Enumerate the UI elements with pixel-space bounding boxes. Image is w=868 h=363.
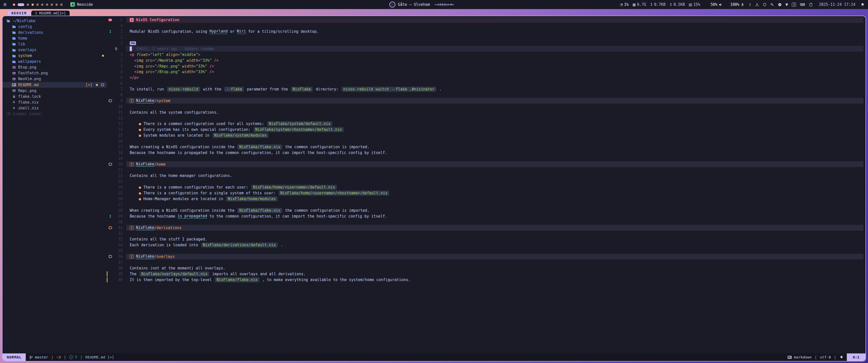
editor-line[interactable]: 4 <img src="/Btop.png" width="33%" /> xyxy=(106,69,864,75)
editor-line[interactable]: 10 xyxy=(106,104,864,109)
editor-line[interactable]: 92NixFlake/system xyxy=(106,98,864,104)
workspace-dot[interactable] xyxy=(56,3,58,6)
workspace-active[interactable] xyxy=(18,3,24,6)
editor-line[interactable]: 28When creating a NixOS configuration in… xyxy=(106,207,864,213)
editor-line[interactable]: 14 ● Every system has its own special co… xyxy=(106,127,864,133)
disk-icon[interactable]: ▤15% xyxy=(689,2,700,7)
editor-line[interactable]: 32 xyxy=(106,231,864,236)
bluetooth-icon[interactable]: ᛒ xyxy=(749,2,751,6)
editor-line[interactable]: 37 xyxy=(106,259,864,265)
editor-line[interactable]: 27 xyxy=(106,202,864,208)
net-upload-icon[interactable]: ↥0.5KB xyxy=(670,2,685,7)
editor-line[interactable]: 51NixOS Configuration xyxy=(106,17,864,23)
tree-item-shell-nix[interactable]: ❄shell.nix xyxy=(2,105,106,111)
diagnostics-info[interactable]: i 7 xyxy=(69,355,77,359)
editor-line[interactable]: 23 xyxy=(106,179,864,185)
bell-icon[interactable] xyxy=(840,356,843,359)
tree-item-wallpapers[interactable]: wallpapers xyxy=(2,59,106,65)
editor-line[interactable]: 40It is then imported by the top-level N… xyxy=(106,277,864,283)
tree-item-system[interactable]: system xyxy=(2,53,106,59)
clock[interactable]: 2025-11-24 17:14 xyxy=(819,2,856,7)
zellij-icon[interactable]: Z xyxy=(792,2,796,7)
editor-line[interactable]: 2 xyxy=(106,35,864,40)
bell-icon[interactable] xyxy=(861,3,865,6)
editor-line[interactable]: 33Contains all the stuff I packaged. xyxy=(106,236,864,242)
editor-line[interactable]: 25 ● There is a configuration for a sing… xyxy=(106,190,864,196)
editor-line[interactable]: 7To install, run nixos-rebuild with the … xyxy=(106,87,864,92)
editor-line[interactable]: 30 xyxy=(106,219,864,225)
editor-line[interactable]: 26 ● Home-Manager modules are located in… xyxy=(106,196,864,202)
editor-line[interactable]: 4 xyxy=(106,23,864,29)
tree-item-neovim-png[interactable]: NeoVim.png xyxy=(2,76,106,82)
workspace-dot[interactable] xyxy=(41,3,43,6)
network-hub-icon[interactable] xyxy=(755,3,759,6)
tree-item-overlays[interactable]: overlays xyxy=(2,47,106,53)
tree-item--nixflake[interactable]: ~/NixFlake xyxy=(2,18,106,24)
editor-line[interactable]: 8 xyxy=(106,92,864,98)
tree-item-home[interactable]: home xyxy=(2,35,106,41)
editor-line[interactable]: 2 <img src="/NeoVim.png" width="33%" /> xyxy=(106,58,864,63)
nixos-logo-icon[interactable]: ❄ xyxy=(3,2,7,7)
shield-icon[interactable] xyxy=(763,3,767,6)
net-download-icon[interactable]: ↧0.7KB xyxy=(650,2,665,7)
tree-item-flake-nix[interactable]: ❄flake.nix xyxy=(2,99,106,105)
editor-buffer[interactable]: 51NixOS Configuration4I3Modular NixOS co… xyxy=(106,16,866,354)
media-widget[interactable]: Gåte – Ulveham xyxy=(389,0,454,9)
editor-line[interactable]: 19 xyxy=(106,156,864,161)
key-icon[interactable] xyxy=(770,3,774,6)
editor-line[interactable]: 1PNG xyxy=(106,40,864,46)
workspace-dot[interactable] xyxy=(46,3,48,6)
vpn-triangle-icon[interactable]: ▼ xyxy=(785,2,788,6)
workspace-dot[interactable] xyxy=(60,3,63,6)
editor-line[interactable]: 12 xyxy=(106,115,864,121)
tree-item-rmpc-png[interactable]: Rmpc.png xyxy=(2,88,106,94)
editor-line[interactable]: 202NixFlake/home xyxy=(106,161,864,167)
editor-line[interactable]: 39The NixFlake/overlays/default.nix impo… xyxy=(106,271,864,277)
tree-item-lib[interactable]: lib xyxy=(2,41,106,47)
editor-line[interactable]: 312NixFlake/derivations xyxy=(106,225,864,231)
cpu-gauge-icon[interactable]: ◔1% xyxy=(620,2,628,7)
keyboard-layout-icon[interactable]: ⌨ xyxy=(800,2,805,6)
editor-line[interactable]: 13 ● There is a common configuration use… xyxy=(106,121,864,127)
editor-line[interactable]: 34Each derivation is loaded into NixFlak… xyxy=(106,242,864,248)
workspace-dot[interactable] xyxy=(32,3,34,6)
editor-line[interactable]: 362NixFlake/overlays xyxy=(106,254,864,260)
workspace-dot[interactable] xyxy=(36,3,39,6)
editor-line[interactable]: 22Contains all the home-manager configur… xyxy=(106,173,864,179)
check-circle-icon[interactable] xyxy=(778,3,782,6)
git-branch[interactable]: master xyxy=(29,355,48,359)
tab-neovim[interactable]: NEOVIM xyxy=(7,10,31,15)
volume-icon[interactable]: 50% xyxy=(711,2,722,7)
tree-item-flake-lock[interactable]: flake.lock xyxy=(2,94,106,99)
editor-line[interactable]: 38Contains (not at the moment) all overl… xyxy=(106,265,864,271)
workspace-dot[interactable] xyxy=(51,3,53,6)
workspace-dot[interactable] xyxy=(27,3,29,6)
tree-item-derivations[interactable]: derivations xyxy=(2,30,106,35)
editor-line[interactable]: 16 xyxy=(106,138,864,144)
memory-icon[interactable]: ▦6.7G xyxy=(632,2,646,7)
tree-item-readme-md[interactable]: M↓README.md[+] xyxy=(2,82,106,88)
editor-line[interactable]: 1<p float="left" align="middle"> xyxy=(106,52,864,58)
file-tree[interactable]: ~/NixFlakeconfigderivationshomeliboverla… xyxy=(2,16,106,354)
editor-cursor-line[interactable]: 6 ChUrl, 2 years ago - Update readme xyxy=(106,46,864,52)
editor-line[interactable]: 24 ● There is a common configuration for… xyxy=(106,185,864,190)
editor-line[interactable]: I29Because the hostname is propagated to… xyxy=(106,213,864,219)
tree-item-config[interactable]: config xyxy=(2,24,106,30)
editor-line[interactable]: 18Because the hostname is propagated to … xyxy=(106,150,864,156)
editor-line[interactable]: 17When creating a NixOS configuration in… xyxy=(106,144,864,150)
editor-line[interactable]: 6 xyxy=(106,81,864,87)
editor-line[interactable]: I3Modular NixOS configuration, using Hyp… xyxy=(106,29,864,35)
editor-line[interactable]: 3 <img src="/Rmpc.png" width="33%" /> xyxy=(106,63,864,69)
editor-line[interactable]: 11Contains all the system configurations… xyxy=(106,109,864,115)
tree-item-fastfetch-png[interactable]: FastFetch.png xyxy=(2,70,106,76)
tab-buffer-readme[interactable]: 1 README.md[1+] xyxy=(31,10,70,15)
clipboard-icon[interactable] xyxy=(809,3,813,6)
editor-line[interactable]: 15 ● System modules are located in NixFl… xyxy=(106,133,864,138)
editor-line[interactable]: 21 xyxy=(106,167,864,173)
microphone-icon[interactable]: 100% xyxy=(730,2,744,7)
tree-item-btop-png[interactable]: Btop.png xyxy=(2,65,106,70)
tree-item--8-hidden-items-[interactable]: (8 hidden items) xyxy=(2,111,106,117)
editor-line[interactable]: 5</p> xyxy=(106,75,864,81)
editor-line[interactable]: 35 xyxy=(106,248,864,254)
workspace-dot[interactable] xyxy=(13,3,15,6)
